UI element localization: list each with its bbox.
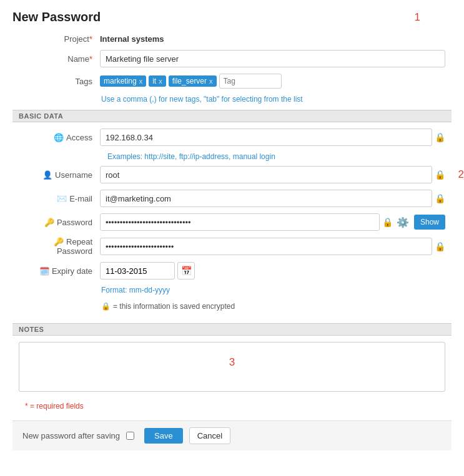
email-lock-icon[interactable]: 🔒 [435,193,445,203]
password-row: 🔑Password 🔒 ⚙️ Show [12,213,452,231]
email-input[interactable] [100,190,432,207]
username-input-wrap: 🔒 [100,166,445,183]
repeat-password-input[interactable] [100,238,432,255]
calendar-icon: 📅 [181,266,192,276]
email-input-wrap: 🔒 [100,190,445,207]
password-lock-icon[interactable]: 🔒 [382,217,393,227]
user-icon: 👤 [42,170,52,180]
ref-number-1: 1 [415,11,420,24]
username-row: 👤Username 🔒 2 [12,166,452,183]
footer-bar: New password after saving Save Cancel [12,420,452,450]
encrypt-note: 🔒 = this information is saved encrypted [94,298,452,317]
tags-row: Tags marketing x it x file_server x [12,74,452,89]
required-fields-note: * = required fields [19,397,452,415]
tag-input[interactable] [219,74,282,89]
password-input[interactable] [100,213,380,231]
email-label: ✉️E-mail [19,194,100,203]
calendar-button[interactable]: 📅 [177,262,195,279]
repeat-password-lock-icon[interactable]: 🔒 [435,241,445,251]
cancel-button[interactable]: Cancel [189,427,230,444]
name-label: Name* [19,54,100,64]
footer-label: New password after saving [22,431,120,440]
email-icon: ✉️ [57,194,67,203]
project-value: Internal systems [100,34,164,44]
access-label: 🌐Access [19,133,100,142]
ref-number-3: 3 [19,342,445,382]
access-row: 🌐Access 🔒 [12,129,452,146]
repeat-password-input-wrap: 🔒 [100,238,445,255]
access-input-wrap: 🔒 [100,129,445,146]
key-icon: 🔑 [44,218,54,227]
project-label: Project* [19,34,100,44]
access-input[interactable] [100,129,432,146]
repeat-key-icon: 🔑 [54,237,64,246]
tag-marketing-label: marketing [104,77,137,85]
tag-it: it x [149,75,166,87]
expiry-format-hint: Format: mm-dd-yyyy [94,286,452,298]
expiry-label: 🗓️Expiry date [19,266,100,276]
tags-container: marketing x it x file_server x [100,74,445,89]
username-label: 👤Username [19,170,100,180]
tag-file-server-label: file_server [172,77,207,85]
expiry-input-wrap: 📅 [100,262,445,279]
calendar-small-icon: 🗓️ [39,266,49,276]
password-label: 🔑Password [19,218,100,227]
email-row: ✉️E-mail 🔒 [12,190,452,207]
password-input-wrap: 🔒 ⚙️ Show [100,213,445,231]
tag-file-server: file_server x [169,75,217,87]
tags-label: Tags [19,77,100,86]
page-title: New Password [12,10,452,24]
tag-marketing: marketing x [100,75,146,87]
notes-header: NOTES [12,323,452,336]
name-row: Name* [12,50,452,67]
new-password-checkbox[interactable] [126,432,134,440]
tag-it-remove[interactable]: x [159,77,162,85]
name-input[interactable] [100,50,445,67]
tag-file-server-remove[interactable]: x [209,77,213,85]
access-hint: Examples: http://site, ftp://ip-address,… [101,152,452,161]
expiry-date-input[interactable] [100,262,175,279]
save-button[interactable]: Save [144,428,183,444]
username-input[interactable] [100,166,432,183]
tags-hint: Use a comma (,) for new tags, "tab" for … [94,95,452,104]
password-generate-icon[interactable]: ⚙️ [397,216,409,228]
show-password-button[interactable]: Show [414,215,445,230]
tag-marketing-remove[interactable]: x [139,77,143,85]
lock-small-icon: 🔒 [101,302,111,311]
expiry-row: 🗓️Expiry date 📅 [12,262,452,279]
username-lock-icon[interactable]: 🔒 [435,170,445,180]
basic-data-header: BASIC DATA [12,110,452,122]
tag-it-label: it [152,77,156,85]
notes-area[interactable]: 3 [19,342,445,392]
repeat-password-row: 🔑Repeat Password 🔒 [12,237,452,256]
repeat-password-label: 🔑Repeat Password [19,237,100,256]
ref-number-2: 2 [458,168,464,181]
project-row: Project* Internal systems [12,34,452,44]
globe-icon: 🌐 [54,133,64,142]
access-lock-icon[interactable]: 🔒 [435,132,445,142]
